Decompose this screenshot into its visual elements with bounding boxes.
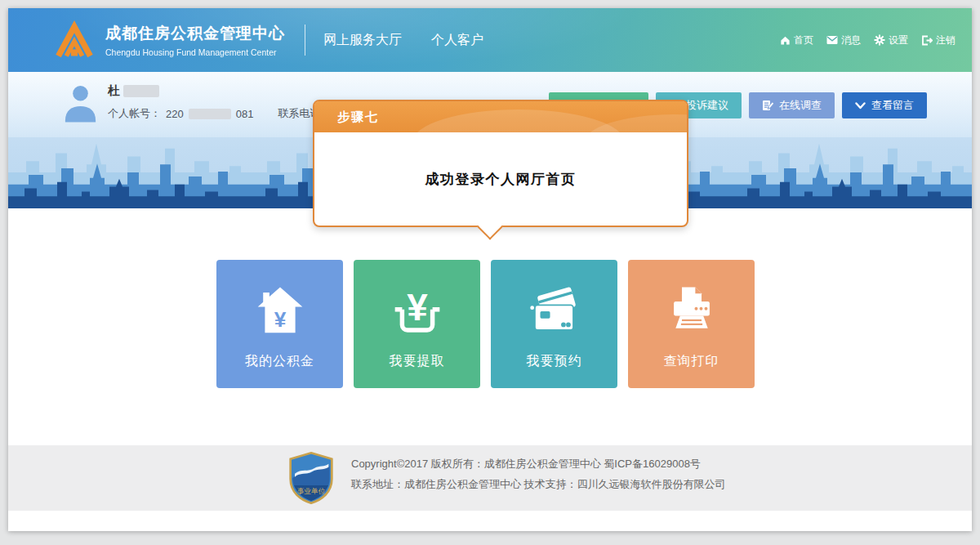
account-prefix: 220 [166,108,184,120]
tile-print[interactable]: 查询打印 [628,260,755,388]
online-survey-button[interactable]: 在线调查 [749,92,835,118]
footer: 事业单位 Copyright©2017 版权所有：成都住房公积金管理中心 蜀IC… [8,445,972,511]
tile-appointment-label: 我要预约 [491,353,617,370]
header-nav: 网上服务大厅 个人客户 [323,32,483,49]
util-logout[interactable]: 注销 [921,34,956,47]
account-redacted [189,109,231,119]
nav-item-service-hall[interactable]: 网上服务大厅 [323,32,402,49]
svg-text:¥: ¥ [274,307,286,332]
housing-fund-logo-icon [53,19,96,61]
util-messages[interactable]: 消息 [826,34,861,47]
svg-text:¥: ¥ [407,286,428,328]
step-tooltip: 步骤七 成功登录个人网厅首页 [313,100,688,227]
gear-icon [874,34,885,46]
footer-contact: 联系地址：成都住房公积金管理中心 技术支持：四川久远银海软件股份有限公司 [351,474,726,494]
chevron-down-icon [855,102,866,109]
public-institution-badge: 事业单位 [286,452,336,504]
header-divider [305,25,305,56]
util-settings[interactable]: 设置 [874,34,908,47]
step-label: 步骤七 [337,109,379,125]
printer-icon [663,283,720,340]
step-message: 成功登录个人网厅首页 [425,170,577,189]
bank-cards-icon [526,283,583,340]
util-messages-label: 消息 [841,34,861,47]
survey-pencil-icon [762,100,773,111]
account-label: 个人帐号： [108,106,161,121]
step-tooltip-header: 步骤七 [314,101,687,132]
footer-text: Copyright©2017 版权所有：成都住房公积金管理中心 蜀ICP备160… [351,453,726,494]
account-suffix: 081 [236,108,254,120]
complaint-suggestion-label: 投诉建议 [686,98,728,113]
tile-print-label: 查询打印 [628,353,755,370]
tile-withdraw[interactable]: ¥ 我要提取 [354,260,480,388]
view-messages-button[interactable]: 查看留言 [842,92,927,118]
site-title-en: Chengdu Housing Fund Management Center [105,47,285,57]
online-survey-label: 在线调查 [779,98,822,113]
util-settings-label: 设置 [889,34,908,47]
site-title-cn: 成都住房公积金管理中心 [105,23,285,44]
bottom-strip [8,511,972,531]
user-name-redacted [123,85,159,97]
util-home[interactable]: 首页 [780,34,813,47]
house-yuan-icon: ¥ [252,283,309,340]
footer-copyright: Copyright©2017 版权所有：成都住房公积金管理中心 蜀ICP备160… [351,453,726,474]
view-messages-label: 查看留言 [871,98,914,113]
user-avatar [61,82,100,123]
header: 成都住房公积金管理中心 Chengdu Housing Fund Managem… [8,8,972,72]
page: 成都住房公积金管理中心 Chengdu Housing Fund Managem… [8,8,972,531]
main-tiles: ¥ 我的公积金 ¥ 我要提取 [216,260,755,388]
site-title: 成都住房公积金管理中心 Chengdu Housing Fund Managem… [105,23,285,57]
svg-text:事业单位: 事业单位 [297,487,326,495]
user-name: 杜 [108,83,159,99]
home-icon [780,35,791,46]
mail-icon [826,35,838,45]
tile-withdraw-label: 我要提取 [354,353,480,370]
util-logout-label: 注销 [936,34,956,47]
nav-item-personal-customer[interactable]: 个人客户 [431,32,483,49]
header-utils: 首页 消息 设置 注销 [780,8,956,72]
tile-my-fund[interactable]: ¥ 我的公积金 [216,260,343,388]
logout-icon [921,35,933,46]
withdraw-yuan-icon: ¥ [389,283,446,340]
step-tooltip-body: 成功登录个人网厅首页 [314,132,687,226]
util-home-label: 首页 [794,34,813,47]
tile-my-fund-label: 我的公积金 [216,353,343,370]
user-name-visible: 杜 [108,83,120,99]
tile-appointment[interactable]: 我要预约 [491,260,617,388]
